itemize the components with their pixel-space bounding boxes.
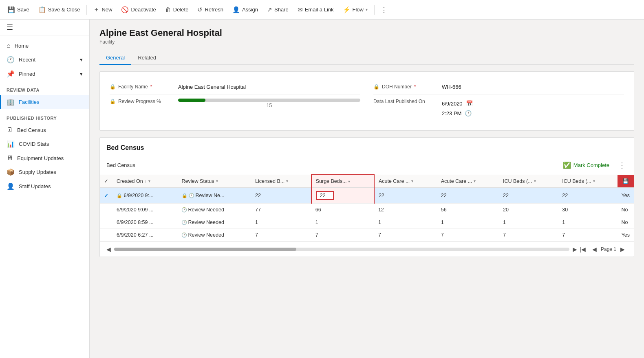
pagination: |◀ ◀ Page 1 ▶ [577,245,627,253]
data-published-label: Data Last Published On [373,99,439,104]
flow-button[interactable]: ⚡ Flow ▾ [339,4,372,16]
td-extra-3: No [618,216,634,229]
email-button[interactable]: ✉ Email a Link [293,4,338,16]
sidebar-item-label-equipment-updates: Equipment Updates [17,155,64,161]
deactivate-button[interactable]: 🚫 Deactivate [117,4,160,16]
review-status-value-1: Review Ne... [196,193,225,198]
sidebar: ☰ ⌂ Home 🕐 Recent ▾ 📌 Pinned ▾ [0,20,90,358]
status-dot-4: 🕐 [182,233,187,237]
sidebar-item-bed-census[interactable]: 🗓 Bed Census [0,123,89,137]
sidebar-item-facilities[interactable]: 🏢 Facilities [0,95,89,109]
sidebar-item-recent[interactable]: 🕐 Recent ▾ [0,53,89,67]
save-close-button[interactable]: 📋 Save & Close [34,4,84,16]
recent-icon: 🕐 [7,56,15,64]
facility-name-row: 🔒 Facility Name * Alpine East General Ho… [110,80,360,94]
th-surge-beds[interactable]: Surge Beds... ▾ [311,175,374,188]
icu-beds1-value-1: 22 [503,193,509,198]
sidebar-item-label-home: Home [15,43,29,49]
td-licensed-b-1: 22 [251,188,311,204]
td-extra-1: Yes [618,188,634,204]
table-scroll-container[interactable]: ✓ Created On ↓ ▾ [100,174,634,242]
page-label: Page 1 [601,246,616,252]
th-icu-beds1[interactable]: ICU Beds (... ▾ [499,175,558,188]
td-review-status-1: 🔒 🕐 Review Ne... [178,188,251,204]
row1-lock-icon: 🔒 [117,193,122,198]
toolbar: 💾 Save 📋 Save & Close ＋ New 🚫 Deactivate… [0,0,644,20]
save-button[interactable]: 💾 Save [3,4,33,16]
horizontal-scrollbar[interactable] [114,248,569,251]
tab-related[interactable]: Related [131,51,163,65]
td-created-on-1-value: 6/9/2020 9:... [124,193,153,198]
td-created-on-4: 6/9/2020 6:27 ... [112,229,178,242]
bed-census-icon: 🗓 [7,126,13,134]
data-published-values: 6/9/2020 📅 2:23 PM 🕐 [442,99,473,118]
th-licensed-b[interactable]: Licensed B... ▾ [251,175,311,188]
table-row: ✓ 🔒 6/9/2020 9:... 🔒 🕐 Review Ne. [100,188,634,204]
bed-census-table: ✓ Created On ↓ ▾ [100,174,634,242]
refresh-button[interactable]: ↺ Refresh [193,4,227,16]
td-check-1[interactable]: ✓ [100,188,112,204]
bed-census-subheader-label: Bed Census [106,162,135,168]
td-surge-beds-3: 1 [311,216,374,229]
covid-stats-icon: 📊 [7,140,15,148]
deactivate-icon: 🚫 [121,6,129,13]
tabs: General Related [99,51,634,65]
td-check-3[interactable] [100,216,112,229]
td-licensed-b-3: 1 [251,216,311,229]
td-extra-2: No [618,204,634,216]
recent-expand: Recent ▾ [19,57,83,63]
email-icon: ✉ [298,6,303,13]
save-icon: 💾 [7,6,15,13]
th-acute-care1[interactable]: Acute Care ... ▾ [374,175,437,188]
next-page-button[interactable]: ▶ [618,245,627,253]
sidebar-item-home[interactable]: ⌂ Home [0,39,89,53]
th-icu-beds2[interactable]: ICU Beds (... ▾ [558,175,617,188]
th-acute-care2[interactable]: Acute Care ... ▾ [437,175,499,188]
td-icu-beds2-3: 1 [558,216,617,229]
th-created-on[interactable]: Created On ↓ ▾ [112,175,178,188]
flow-chevron-icon: ▾ [366,7,368,12]
th-review-status[interactable]: Review Status ▾ [178,175,251,188]
td-review-status-4: 🕐 Review Needed [178,229,251,242]
tab-general[interactable]: General [99,51,131,65]
sidebar-item-supply-updates[interactable]: 📦 Supply Updates [0,165,89,179]
sidebar-item-covid-stats[interactable]: 📊 COVID Stats [0,137,89,151]
published-date-value: 6/9/2020 [442,101,463,107]
td-acute-care1-4: 7 [374,229,437,242]
td-check-4[interactable] [100,229,112,242]
delete-button[interactable]: 🗑 Delete [161,4,193,15]
sidebar-item-equipment-updates[interactable]: 🖥 Equipment Updates [0,151,89,165]
sidebar-header: ☰ [0,20,89,35]
td-check-2[interactable] [100,204,112,216]
toolbar-more-button[interactable]: ⋮ [377,4,391,16]
home-icon: ⌂ [7,42,11,49]
mark-complete-button[interactable]: ✅ Mark Complete [559,160,613,171]
first-page-button[interactable]: |◀ [577,245,588,253]
created-on-chevron-icon: ▾ [148,179,150,183]
sidebar-item-label-facilities: Facilities [19,99,40,105]
supply-updates-icon: 📦 [7,168,15,176]
td-icu-beds2-4: 7 [558,229,617,242]
subheader-right: ✅ Mark Complete ⋮ [559,160,627,171]
status-badge-3: 🕐 Review Needed [182,220,247,225]
surge-beds-edit-box[interactable]: 22 [316,191,334,200]
scroll-left-arrow[interactable]: ◀ [106,246,111,253]
share-button[interactable]: ↗ Share [263,4,293,16]
sidebar-item-staff-updates[interactable]: 👤 Staff Updates [0,179,89,193]
td-surge-beds-1[interactable]: 22 [311,188,374,204]
scroll-right-arrow[interactable]: ▶ [573,246,577,253]
th-surge-beds-label: Surge Beds... [316,178,347,184]
assign-button[interactable]: 👤 Assign [228,4,262,16]
th-save-action[interactable]: 💾 [618,175,634,188]
sidebar-item-label-covid-stats: COVID Stats [19,141,49,147]
data-published-row: Data Last Published On 6/9/2020 📅 2:23 P… [373,94,624,122]
hamburger-menu-button[interactable]: ☰ [5,22,15,33]
new-button[interactable]: ＋ New [89,3,116,16]
acute-care1-value-1: 22 [379,193,384,198]
td-acute-care1-2: 12 [374,204,437,216]
td-acute-care1-3: 1 [374,216,437,229]
prev-page-button[interactable]: ◀ [590,245,599,253]
sidebar-item-pinned[interactable]: 📌 Pinned ▾ [0,67,89,81]
table-footer: ◀ ▶ |◀ ◀ Page 1 ▶ [100,242,634,257]
bed-census-more-button[interactable]: ⋮ [617,161,627,170]
